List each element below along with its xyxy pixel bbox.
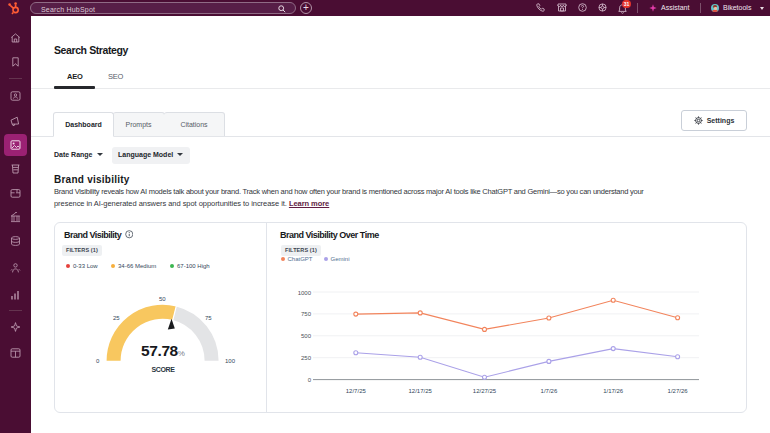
svg-text:1/17/26: 1/17/26 xyxy=(603,388,624,394)
svg-text:500: 500 xyxy=(301,333,312,339)
svg-text:12/27/25: 12/27/25 xyxy=(473,388,497,394)
svg-text:12/7/25: 12/7/25 xyxy=(346,388,367,394)
svg-text:1/7/26: 1/7/26 xyxy=(541,388,558,394)
svg-text:1/27/26: 1/27/26 xyxy=(668,388,689,394)
svg-text:0: 0 xyxy=(308,377,312,383)
svg-text:1000: 1000 xyxy=(298,290,312,296)
svg-text:250: 250 xyxy=(301,355,312,361)
svg-text:12/17/25: 12/17/25 xyxy=(409,388,433,394)
svg-text:750: 750 xyxy=(301,311,312,317)
